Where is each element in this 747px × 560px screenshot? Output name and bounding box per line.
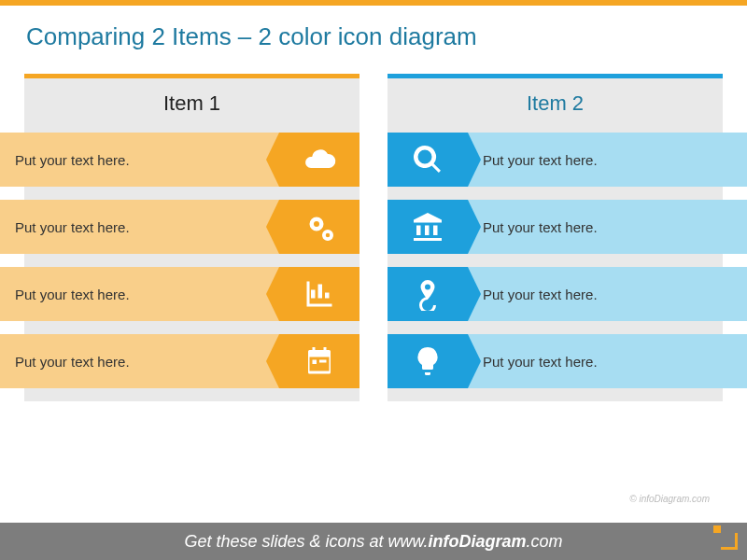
comparison-row: Put your text here. <box>388 133 747 187</box>
comparison-row: Put your text here. <box>388 267 747 321</box>
footer-logo-icon <box>721 533 738 550</box>
comparison-row: Put your text here. <box>0 267 359 321</box>
column-header: Item 1 <box>24 78 359 133</box>
footer-text: Get these slides & icons at www.infoDiag… <box>184 532 562 552</box>
target-pin-icon <box>388 267 468 321</box>
comparison-row: Put your text here. <box>0 200 359 254</box>
gears-icon <box>279 200 359 254</box>
footer-brand-pre: www. <box>388 532 429 551</box>
calendar-icon <box>279 334 359 388</box>
magnifier-icon <box>388 133 468 187</box>
footer-brand-post: .com <box>527 532 563 551</box>
bar-chart-icon <box>279 267 359 321</box>
row-text: Put your text here. <box>0 133 279 187</box>
bank-icon <box>388 200 468 254</box>
row-text: Put your text here. <box>468 267 747 321</box>
slide-title: Comparing 2 Items – 2 color icon diagram <box>0 6 747 74</box>
comparison-row: Put your text here. <box>0 133 359 187</box>
lightbulb-icon <box>388 334 468 388</box>
column-header: Item 2 <box>388 78 723 133</box>
comparison-row: Put your text here. <box>0 334 359 388</box>
watermark-text: © infoDiagram.com <box>629 494 710 504</box>
footer-bar: Get these slides & icons at www.infoDiag… <box>0 523 747 560</box>
row-text: Put your text here. <box>468 133 747 187</box>
row-text: Put your text here. <box>0 200 279 254</box>
footer-prefix: Get these slides & icons at <box>184 532 388 551</box>
cloud-icon <box>279 133 359 187</box>
column-item-2: Item 2 Put your text here. Put your text… <box>388 74 723 401</box>
row-text: Put your text here. <box>468 334 747 388</box>
row-text: Put your text here. <box>0 267 279 321</box>
comparison-row: Put your text here. <box>388 200 747 254</box>
row-text: Put your text here. <box>468 200 747 254</box>
column-item-1: Item 1 Put your text here. Put your text… <box>24 74 359 401</box>
footer-brand-bold: infoDiagram <box>429 532 527 551</box>
comparison-row: Put your text here. <box>388 334 747 388</box>
comparison-diagram: Item 1 Put your text here. Put your text… <box>0 74 747 401</box>
row-text: Put your text here. <box>0 334 279 388</box>
